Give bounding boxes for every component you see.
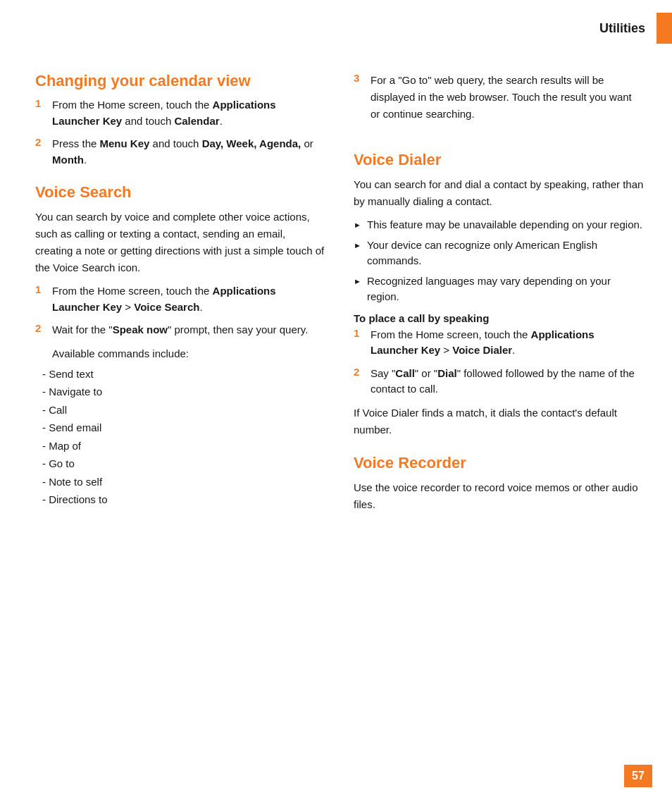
- cmd-navigate: Navigate to: [42, 383, 325, 401]
- calendar-step-1-body: From the Home screen, touch the Applicat…: [52, 97, 325, 129]
- cmd-call: Call: [42, 401, 325, 419]
- header-accent-bar: [657, 13, 672, 44]
- bold-speak-now: Speak now: [113, 324, 168, 335]
- calendar-step-2-num: 2: [35, 136, 49, 148]
- section-title-voice-dialer: Voice Dialer: [354, 151, 644, 169]
- voice-dialer-after-steps: If Voice Dialer finds a match, it dials …: [354, 405, 644, 438]
- bold-call: Call: [395, 367, 415, 379]
- voice-dialer-bullets: ► This feature may be unavailable depend…: [354, 217, 644, 305]
- voice-search-step-2-num: 2: [35, 322, 49, 334]
- available-commands-label: Available commands include:: [52, 345, 325, 362]
- header-title: Utilities: [599, 21, 657, 36]
- bullet-text-1: This feature may be unavailable dependin…: [367, 217, 642, 233]
- triangle-icon-1: ►: [354, 219, 361, 231]
- step-3-goto: 3 For a "Go to" web query, the search re…: [354, 72, 644, 135]
- voice-search-step-2-body: Wait for the "Speak now" prompt, then sa…: [52, 322, 308, 338]
- voice-search-step-1: 1 From the Home screen, touch the Applic…: [35, 283, 325, 315]
- voice-dialer-step-2-body: Say "Call" or "Dial" followed followed b…: [371, 366, 644, 398]
- bullet-unavailable: ► This feature may be unavailable depend…: [354, 217, 644, 233]
- cmd-go-to: Go to: [42, 455, 325, 473]
- cmd-send-text: Send text: [42, 365, 325, 383]
- voice-search-step-2: 2 Wait for the "Speak now" prompt, then …: [35, 322, 325, 338]
- right-column: 3 For a "Go to" web query, the search re…: [354, 72, 644, 520]
- voice-dialer-step-1: 1 From the Home screen, touch the Applic…: [354, 327, 644, 359]
- left-column: Changing your calendar view 1 From the H…: [35, 72, 325, 520]
- bullet-recognized-languages: ► Recognized languages may vary dependin…: [354, 273, 644, 305]
- step-3-body: For a "Go to" web query, the search resu…: [371, 72, 644, 123]
- page-header: Utilities: [0, 0, 672, 51]
- calendar-step-1: 1 From the Home screen, touch the Applic…: [35, 97, 325, 129]
- main-content: Changing your calendar view 1 From the H…: [0, 51, 672, 548]
- calendar-step-2: 2 Press the Menu Key and touch Day, Week…: [35, 136, 325, 168]
- bullet-american-english: ► Your device can recognize only America…: [354, 238, 644, 269]
- voice-dialer-intro: You can search for and dial a contact by…: [354, 176, 644, 210]
- section-title-voice-recorder: Voice Recorder: [354, 454, 644, 472]
- section-title-voice-search: Voice Search: [35, 183, 325, 202]
- cmd-map-of: Map of: [42, 437, 325, 455]
- voice-search-intro: You can search by voice and complete oth…: [35, 209, 325, 276]
- bold-month: Month: [52, 154, 84, 166]
- cmd-directions: Directions to: [42, 491, 325, 509]
- bold-app-launcher-1: Applications Launcher Key: [52, 99, 276, 127]
- sub-heading-place-call: To place a call by speaking: [354, 312, 644, 324]
- bold-voice-search: Voice Search: [134, 301, 199, 313]
- bold-menu-key: Menu Key: [100, 137, 150, 149]
- calendar-step-1-num: 1: [35, 97, 49, 109]
- voice-search-step-1-num: 1: [35, 283, 49, 295]
- bold-calendar: Calendar: [174, 115, 219, 127]
- cmd-send-email: Send email: [42, 419, 325, 437]
- triangle-icon-3: ►: [354, 276, 361, 288]
- bold-day-week: Day, Week, Agenda,: [202, 137, 301, 149]
- voice-dialer-step-1-num: 1: [354, 327, 368, 339]
- bold-dial: Dial: [437, 367, 457, 379]
- triangle-icon-2: ►: [354, 240, 361, 252]
- page-number: 57: [632, 770, 645, 782]
- step-3-num: 3: [354, 72, 368, 84]
- voice-recorder-intro: Use the voice recorder to record voice m…: [354, 479, 644, 513]
- voice-search-step-1-body: From the Home screen, touch the Applicat…: [52, 283, 325, 315]
- bullet-text-2: Your device can recognize only American …: [367, 238, 644, 269]
- bold-voice-dialer: Voice Dialer: [452, 344, 512, 356]
- calendar-step-2-body: Press the Menu Key and touch Day, Week, …: [52, 136, 325, 168]
- page-number-badge: 57: [624, 765, 652, 787]
- voice-dialer-step-2-num: 2: [354, 366, 368, 378]
- voice-dialer-step-2: 2 Say "Call" or "Dial" followed followed…: [354, 366, 644, 398]
- section-title-calendar: Changing your calendar view: [35, 72, 325, 90]
- cmd-note-self: Note to self: [42, 473, 325, 491]
- voice-dialer-step-1-body: From the Home screen, touch the Applicat…: [371, 327, 644, 359]
- commands-list: Send text Navigate to Call Send email Ma…: [42, 365, 325, 509]
- bullet-text-3: Recognized languages may vary depending …: [367, 273, 644, 305]
